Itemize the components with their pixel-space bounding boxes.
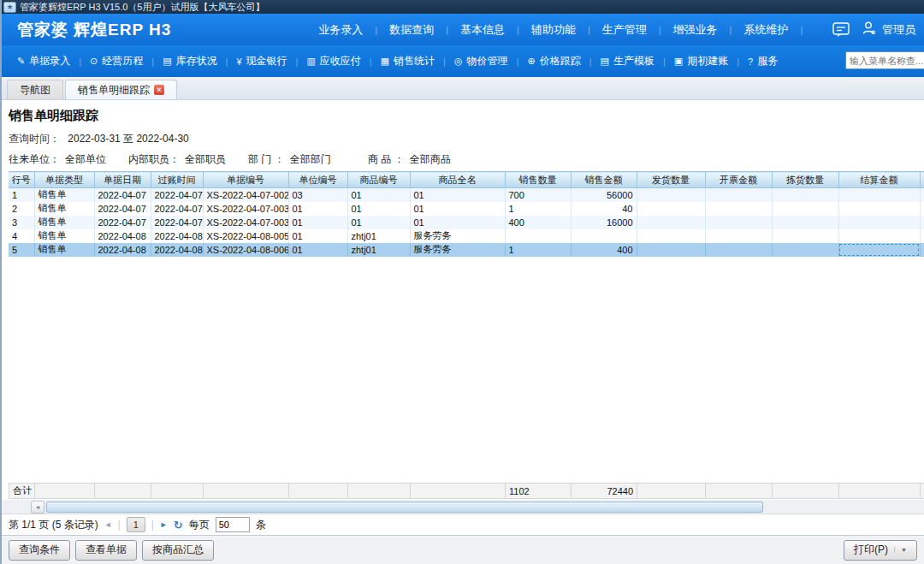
table-cell[interactable]: 700: [505, 188, 571, 202]
table-cell[interactable]: [571, 229, 637, 243]
table-cell[interactable]: 2022-04-07: [151, 188, 203, 202]
table-cell[interactable]: XS-2022-04-07-003: [203, 216, 288, 229]
table-cell[interactable]: XS-2022-04-07-002: [203, 188, 288, 202]
tab-1[interactable]: 导航图: [7, 80, 63, 99]
table-cell[interactable]: 销售单: [34, 243, 94, 257]
table-cell[interactable]: 服务劳务: [410, 243, 505, 257]
table-cell[interactable]: 4: [9, 229, 34, 243]
toolbar-item-2[interactable]: ⊙经营历程: [81, 54, 151, 68]
current-page-button[interactable]: 1: [127, 517, 145, 532]
query-conditions-button[interactable]: 查询条件: [9, 540, 70, 561]
table-cell[interactable]: 400: [505, 216, 571, 229]
table-cell[interactable]: 2022-04-08: [151, 243, 203, 257]
table-cell[interactable]: 40: [571, 202, 637, 216]
table-cell[interactable]: zhtj01: [347, 229, 410, 243]
table-cell[interactable]: 01: [347, 216, 410, 229]
table-cell[interactable]: 01: [410, 188, 505, 202]
table-cell[interactable]: 2022-04-07: [94, 188, 151, 202]
table-cell[interactable]: [838, 216, 920, 229]
table-cell[interactable]: XS-2022-04-07-003: [203, 202, 288, 216]
column-header[interactable]: 销售数量: [505, 172, 571, 188]
table-cell[interactable]: 03: [288, 188, 347, 202]
column-header[interactable]: 单据类型: [34, 172, 94, 188]
table-cell[interactable]: 2022-04-08: [94, 229, 151, 243]
table-cell[interactable]: [772, 243, 838, 257]
table-cell[interactable]: [705, 216, 772, 229]
nav-item-2[interactable]: 数据查询: [377, 22, 446, 38]
table-row[interactable]: 1销售单2022-04-072022-04-07XS-2022-04-07-00…: [9, 188, 924, 202]
menu-search-input[interactable]: [845, 51, 924, 69]
table-cell[interactable]: 2022-04-07: [151, 202, 203, 216]
table-cell[interactable]: 销售单: [34, 188, 94, 202]
table-cell[interactable]: zhtj01: [347, 243, 410, 257]
table-cell[interactable]: [637, 202, 705, 216]
table-row[interactable]: 2销售单2022-04-072022-04-07XS-2022-04-07-00…: [9, 202, 924, 216]
table-cell[interactable]: [772, 216, 838, 229]
column-header[interactable]: 过账时间: [151, 172, 203, 188]
favorite-star-icon[interactable]: ★: [3, 2, 16, 13]
table-cell[interactable]: [705, 202, 772, 216]
page-size-input[interactable]: [216, 517, 250, 532]
toolbar-item-7[interactable]: ◎物价管理: [446, 54, 517, 68]
nav-item-6[interactable]: 增强业务: [661, 22, 730, 38]
table-cell[interactable]: [838, 202, 920, 216]
table-cell[interactable]: [838, 188, 920, 202]
column-header[interactable]: 拣货数量: [772, 172, 838, 188]
table-cell[interactable]: 2022-04-08: [151, 229, 203, 243]
nav-item-5[interactable]: 生产管理: [590, 22, 659, 38]
nav-item-3[interactable]: 基本信息: [448, 22, 517, 38]
tab-2[interactable]: 销售单明细跟踪×: [65, 80, 177, 99]
toolbar-item-9[interactable]: ▤生产模板: [591, 54, 662, 68]
column-header[interactable]: 单据日期: [94, 172, 151, 188]
table-cell[interactable]: [772, 202, 838, 216]
column-header[interactable]: 结算金额: [838, 172, 920, 188]
toolbar-item-6[interactable]: ▦销售统计: [372, 54, 443, 68]
toolbar-item-11[interactable]: ?服务: [739, 54, 786, 68]
table-cell[interactable]: [505, 229, 571, 243]
table-cell[interactable]: [772, 229, 838, 243]
table-cell[interactable]: 01: [410, 202, 505, 216]
table-cell[interactable]: 服务劳务: [410, 229, 505, 243]
message-icon[interactable]: [832, 22, 850, 38]
scrollbar-thumb[interactable]: [46, 502, 763, 513]
next-page-icon[interactable]: ►: [160, 520, 168, 529]
table-cell[interactable]: [637, 188, 705, 202]
nav-item-7[interactable]: 系统维护: [732, 22, 800, 38]
table-cell[interactable]: [838, 229, 920, 243]
table-cell[interactable]: 01: [347, 202, 410, 216]
table-cell[interactable]: 01: [288, 216, 347, 229]
table-cell[interactable]: 销售单: [34, 216, 94, 229]
summarize-by-product-button[interactable]: 按商品汇总: [142, 540, 214, 561]
table-cell[interactable]: 2022-04-07: [151, 216, 203, 229]
table-cell[interactable]: 1: [505, 202, 571, 216]
column-header[interactable]: 开票金额: [705, 172, 772, 188]
table-cell[interactable]: 5: [9, 243, 34, 257]
nav-item-1[interactable]: 业务录入: [306, 22, 375, 38]
table-cell[interactable]: 2022-04-07: [94, 216, 151, 229]
table-row[interactable]: 5销售单2022-04-082022-04-08XS-2022-04-08-00…: [9, 243, 924, 257]
table-row[interactable]: 4销售单2022-04-082022-04-08XS-2022-04-08-00…: [9, 229, 924, 243]
table-row[interactable]: 3销售单2022-04-072022-04-07XS-2022-04-07-00…: [9, 216, 924, 229]
table-cell[interactable]: [637, 229, 705, 243]
table-cell[interactable]: [637, 243, 705, 257]
refresh-icon[interactable]: ↻: [174, 519, 183, 531]
table-cell[interactable]: 16000: [571, 216, 637, 229]
table-cell[interactable]: 01: [347, 188, 410, 202]
toolbar-item-4[interactable]: ¥现金银行: [228, 54, 295, 68]
table-cell[interactable]: [705, 188, 772, 202]
horizontal-scrollbar[interactable]: ◄: [2, 499, 924, 514]
table-cell[interactable]: [637, 216, 705, 229]
toolbar-item-1[interactable]: ✎单据录入: [9, 54, 79, 68]
table-cell[interactable]: 销售单: [34, 202, 94, 216]
table-cell[interactable]: 1: [9, 188, 34, 202]
column-header[interactable]: 销售金额: [571, 172, 637, 188]
table-cell[interactable]: 2022-04-08: [94, 243, 151, 257]
table-cell[interactable]: 3: [9, 216, 34, 229]
scroll-left-icon[interactable]: ◄: [31, 501, 44, 514]
table-cell[interactable]: XS-2022-04-08-005: [203, 229, 288, 243]
prev-page-icon[interactable]: ◄: [104, 520, 112, 529]
table-cell[interactable]: [772, 188, 838, 202]
table-cell[interactable]: 销售单: [34, 229, 94, 243]
column-header[interactable]: 发货数量: [637, 172, 705, 188]
table-cell[interactable]: [838, 243, 920, 257]
